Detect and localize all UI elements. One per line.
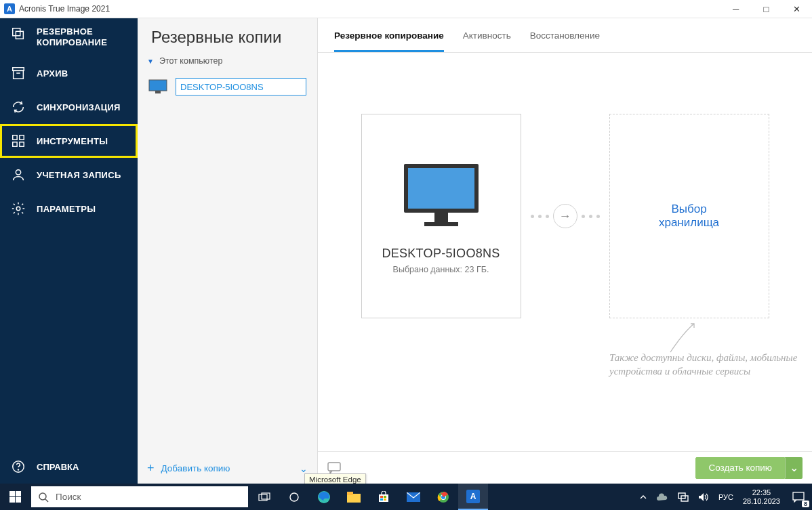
search-placeholder: Поиск bbox=[56, 492, 81, 502]
backup-item[interactable] bbox=[144, 74, 310, 100]
svg-rect-3 bbox=[14, 70, 24, 79]
svg-rect-8 bbox=[20, 142, 24, 146]
svg-rect-17 bbox=[434, 213, 448, 222]
taskbar-acronis[interactable]: A bbox=[458, 484, 488, 510]
group-label: Этот компьютер bbox=[159, 56, 222, 66]
computer-icon bbox=[397, 158, 485, 233]
taskbar-search[interactable]: Поиск bbox=[31, 486, 248, 507]
nav-help-label: СПРАВКА bbox=[37, 462, 79, 472]
tray-time: 22:35 bbox=[752, 488, 771, 497]
plus-icon: + bbox=[147, 461, 155, 475]
sync-icon bbox=[11, 100, 26, 114]
nav-account-label: УЧЕТНАЯ ЗАПИСЬ bbox=[37, 170, 121, 180]
tray-onedrive-icon[interactable] bbox=[651, 484, 673, 510]
dest-line1: Выбор bbox=[659, 203, 719, 216]
svg-line-25 bbox=[45, 499, 48, 502]
taskbar-explorer[interactable] bbox=[339, 484, 369, 510]
svg-rect-22 bbox=[9, 497, 15, 503]
help-icon bbox=[11, 459, 26, 474]
task-view-button[interactable] bbox=[249, 484, 279, 510]
svg-rect-16 bbox=[408, 168, 474, 209]
tray-volume-icon[interactable] bbox=[693, 484, 714, 510]
main-panel: Резервное копирование Активность Восстан… bbox=[318, 18, 812, 484]
maximize-button[interactable]: □ bbox=[751, 0, 781, 18]
svg-rect-5 bbox=[13, 135, 17, 140]
backup-list-column: Резервные копии ▼ Этот компьютер + Добав… bbox=[138, 18, 318, 484]
backup-name-input[interactable] bbox=[176, 78, 306, 95]
svg-marker-43 bbox=[699, 493, 704, 501]
archive-icon bbox=[11, 66, 26, 81]
gear-icon bbox=[11, 201, 26, 216]
svg-rect-31 bbox=[347, 492, 353, 495]
svg-rect-20 bbox=[9, 491, 15, 496]
hint-text: Также доступны диски, файлы, мобильные у… bbox=[609, 351, 812, 378]
svg-point-9 bbox=[16, 170, 20, 175]
svg-rect-26 bbox=[259, 494, 267, 501]
svg-rect-21 bbox=[16, 491, 21, 496]
nav-tools-label: ИНСТРУМЕНТЫ bbox=[37, 136, 108, 146]
titlebar: A Acronis True Image 2021 ─ □ ✕ bbox=[0, 0, 812, 18]
dest-line2: хранилища bbox=[659, 216, 719, 230]
close-button[interactable]: ✕ bbox=[781, 0, 812, 18]
sidebar: РЕЗЕРВНОЕ КОПИРОВАНИЕ АРХИВ СИНХРОНИЗАЦИ… bbox=[0, 18, 138, 484]
create-backup-button[interactable]: Создать копию bbox=[695, 457, 785, 479]
add-backup-link[interactable]: + Добавить копию bbox=[147, 461, 230, 475]
svg-point-12 bbox=[18, 469, 18, 470]
source-card[interactable]: DESKTOP-5IOO8NS Выбрано данных: 23 ГБ. bbox=[361, 114, 521, 318]
svg-rect-33 bbox=[380, 496, 383, 498]
svg-rect-6 bbox=[20, 135, 24, 140]
nav-settings-label: ПАРАМЕТРЫ bbox=[37, 204, 96, 214]
svg-rect-19 bbox=[328, 463, 340, 471]
nav-help[interactable]: СПРАВКА bbox=[0, 450, 138, 484]
minimize-button[interactable]: ─ bbox=[720, 0, 751, 18]
nav-account[interactable]: УЧЕТНАЯ ЗАПИСЬ bbox=[0, 158, 138, 192]
backup-icon bbox=[11, 26, 26, 41]
svg-rect-36 bbox=[384, 498, 386, 501]
add-backup-dropdown[interactable]: ⌄ bbox=[300, 463, 308, 474]
taskbar: Поиск A bbox=[0, 484, 812, 510]
list-heading: Резервные копии bbox=[138, 18, 317, 54]
tab-activity[interactable]: Активность bbox=[463, 30, 511, 52]
nav-backup[interactable]: РЕЗЕРВНОЕ КОПИРОВАНИЕ bbox=[0, 18, 138, 56]
nav-settings[interactable]: ПАРАМЕТРЫ bbox=[0, 192, 138, 226]
svg-point-24 bbox=[39, 493, 46, 500]
tab-recovery[interactable]: Восстановление bbox=[530, 30, 600, 52]
nav-backup-label: РЕЗЕРВНОЕ КОПИРОВАНИЕ bbox=[37, 26, 107, 48]
tray-network-icon[interactable] bbox=[673, 484, 693, 510]
destination-card[interactable]: Выбор хранилища bbox=[609, 114, 769, 318]
svg-point-28 bbox=[290, 493, 298, 501]
window-title: Acronis True Image 2021 bbox=[19, 4, 110, 14]
source-subtitle: Выбрано данных: 23 ГБ. bbox=[393, 265, 489, 274]
svg-rect-34 bbox=[384, 496, 386, 498]
start-button[interactable] bbox=[0, 484, 30, 510]
cortana-button[interactable] bbox=[279, 484, 309, 510]
tray-language[interactable]: РУС bbox=[714, 484, 738, 510]
tray-overflow[interactable] bbox=[635, 484, 651, 510]
taskbar-chrome[interactable] bbox=[428, 484, 458, 510]
tray-clock[interactable]: 22:35 28.10.2023 bbox=[738, 484, 785, 510]
svg-rect-23 bbox=[16, 497, 21, 503]
monitor-icon bbox=[148, 79, 167, 94]
taskbar-store[interactable] bbox=[369, 484, 399, 510]
tray-notifications[interactable]: 8 bbox=[785, 484, 812, 510]
nav-tools[interactable]: ИНСТРУМЕНТЫ bbox=[0, 124, 138, 158]
taskbar-edge[interactable] bbox=[309, 484, 339, 510]
svg-rect-0 bbox=[13, 28, 20, 36]
notification-badge: 8 bbox=[802, 501, 809, 507]
tab-backup[interactable]: Резервное копирование bbox=[334, 30, 444, 52]
nav-archive-label: АРХИВ bbox=[37, 68, 68, 79]
svg-rect-32 bbox=[379, 494, 388, 502]
nav-sync[interactable]: СИНХРОНИЗАЦИЯ bbox=[0, 90, 138, 124]
group-this-computer[interactable]: ▼ Этот компьютер bbox=[138, 54, 317, 68]
nav-sync-label: СИНХРОНИЗАЦИЯ bbox=[37, 102, 121, 112]
svg-rect-35 bbox=[380, 498, 383, 501]
nav-archive[interactable]: АРХИВ bbox=[0, 56, 138, 90]
taskbar-mail[interactable] bbox=[399, 484, 428, 510]
svg-rect-18 bbox=[424, 222, 458, 226]
collapse-icon: ▼ bbox=[147, 58, 154, 65]
svg-rect-14 bbox=[155, 91, 161, 93]
account-icon bbox=[11, 167, 26, 182]
chat-icon[interactable] bbox=[327, 462, 341, 474]
create-backup-dropdown[interactable]: ⌄ bbox=[785, 457, 803, 479]
tools-icon bbox=[11, 133, 26, 148]
